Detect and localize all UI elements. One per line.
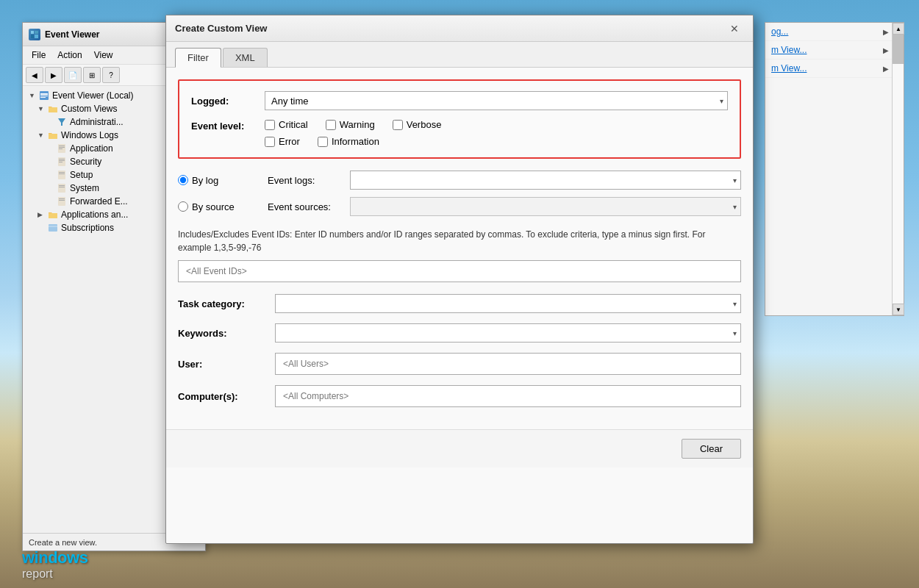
dialog-footer: Clear (166, 429, 753, 467)
checkbox-error[interactable]: Error (265, 136, 300, 147)
logged-label: Logged: (191, 96, 265, 107)
checkbox-information[interactable]: Information (318, 136, 379, 147)
keywords-select[interactable] (275, 323, 741, 343)
checkbox-information-label: Information (332, 136, 379, 147)
event-level-row: Event level: Critical Warning (191, 119, 728, 147)
by-log-label: By log (192, 175, 218, 186)
event-logs-select-wrapper: ▾ (350, 171, 741, 190)
event-ids-description: Includes/Excludes Event IDs: Enter ID nu… (178, 228, 741, 254)
event-sources-label: Event sources: (268, 201, 341, 212)
modal-overlay: Create Custom View ✕ Filter XML Logged: … (0, 0, 919, 588)
keywords-row: Keywords: ▾ (178, 323, 741, 343)
user-row: User: (178, 353, 741, 375)
checkbox-warning-input[interactable] (326, 120, 336, 130)
event-level-row-2: Error Information (265, 136, 728, 147)
task-category-select[interactable] (275, 294, 741, 313)
keywords-select-wrapper: ▾ (275, 323, 741, 343)
radio-by-log[interactable]: By log (178, 175, 259, 186)
by-log-row: By log Event logs: ▾ (178, 171, 741, 190)
by-source-row: By source Event sources: ▾ (178, 197, 741, 216)
event-level-group: Critical Warning Verbose (265, 119, 728, 147)
create-custom-view-dialog: Create Custom View ✕ Filter XML Logged: … (165, 15, 754, 544)
event-level-row-1: Critical Warning Verbose (265, 119, 728, 130)
dialog-content: Logged: Any time Last hour Last 12 hours… (166, 68, 753, 429)
keywords-label: Keywords: (178, 328, 266, 339)
checkbox-error-label: Error (279, 136, 300, 147)
checkbox-verbose[interactable]: Verbose (393, 119, 442, 130)
tab-filter[interactable]: Filter (175, 48, 221, 68)
event-ids-section: Includes/Excludes Event IDs: Enter ID nu… (178, 228, 741, 282)
logged-select-wrapper: Any time Last hour Last 12 hours Last 24… (265, 91, 728, 110)
filter-box: Logged: Any time Last hour Last 12 hours… (178, 79, 741, 159)
checkbox-critical[interactable]: Critical (265, 119, 308, 130)
event-logs-select[interactable] (350, 171, 741, 190)
checkbox-warning[interactable]: Warning (326, 119, 375, 130)
event-sources-select-wrapper: ▾ (350, 197, 741, 216)
dialog-title: Create Custom View (175, 23, 267, 34)
user-label: User: (178, 359, 266, 370)
checkbox-warning-label: Warning (340, 119, 375, 130)
checkbox-critical-input[interactable] (265, 120, 275, 130)
by-source-label: By source (192, 201, 235, 212)
event-sources-select[interactable] (350, 197, 741, 216)
task-category-label: Task category: (178, 298, 266, 309)
radio-by-log-input[interactable] (178, 175, 188, 185)
checkbox-information-input[interactable] (318, 137, 328, 147)
user-input[interactable] (275, 353, 741, 375)
event-logs-label: Event logs: (268, 175, 341, 186)
computer-row: Computer(s): (178, 385, 741, 407)
checkbox-verbose-label: Verbose (407, 119, 442, 130)
computer-input[interactable] (275, 385, 741, 407)
checkbox-verbose-input[interactable] (393, 120, 403, 130)
task-category-row: Task category: ▾ (178, 294, 741, 313)
radio-by-source-input[interactable] (178, 201, 188, 212)
dialog-tabs: Filter XML (166, 42, 753, 68)
radio-source-section: By log Event logs: ▾ By source (178, 171, 741, 216)
dialog-title-bar: Create Custom View ✕ (166, 15, 753, 42)
computer-label: Computer(s): (178, 391, 266, 402)
logged-select[interactable]: Any time Last hour Last 12 hours Last 24… (265, 91, 728, 110)
checkbox-error-input[interactable] (265, 137, 275, 147)
clear-button[interactable]: Clear (682, 439, 741, 459)
radio-by-source[interactable]: By source (178, 201, 259, 212)
event-ids-input[interactable] (178, 260, 741, 282)
logged-row: Logged: Any time Last hour Last 12 hours… (191, 91, 728, 110)
tab-xml[interactable]: XML (223, 48, 268, 67)
checkbox-critical-label: Critical (279, 119, 308, 130)
task-category-select-wrapper: ▾ (275, 294, 741, 313)
dialog-close-button[interactable]: ✕ (725, 21, 744, 37)
event-level-label: Event level: (191, 119, 265, 132)
